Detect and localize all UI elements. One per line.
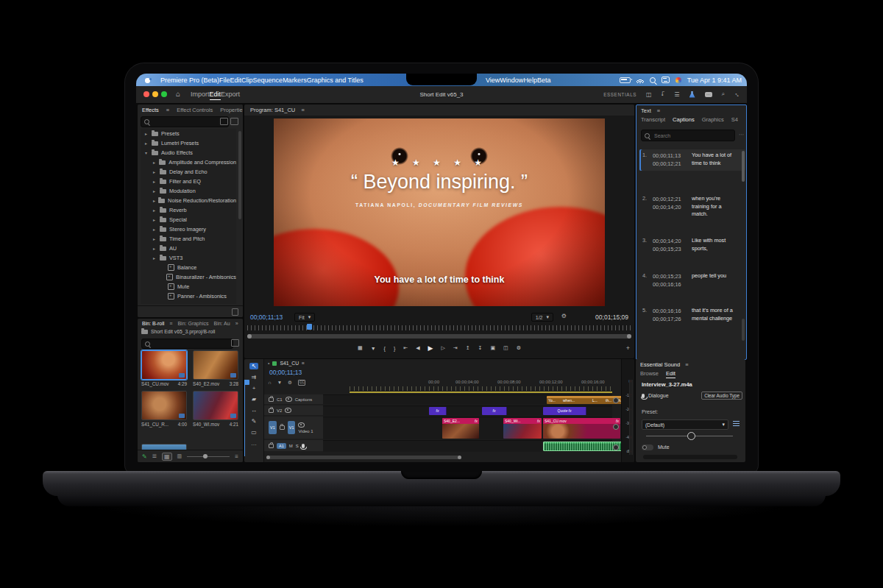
- thumbnail-view-icon[interactable]: ▦: [162, 453, 172, 461]
- tool-icon[interactable]: +: [252, 385, 256, 392]
- transport-icon[interactable]: ◀: [416, 345, 419, 351]
- chevron-icon[interactable]: ▸: [153, 236, 157, 241]
- menu-item[interactable]: Graphics and Titles: [307, 77, 364, 84]
- transport-icon[interactable]: ↧: [478, 345, 483, 351]
- video-clip[interactable]: S40_Wi...fx: [503, 418, 542, 439]
- playback-resolution-dropdown[interactable]: 1/2 ▾: [531, 313, 553, 322]
- sort-icon[interactable]: ≡: [235, 453, 238, 460]
- effects-tree-row[interactable]: ▸ Delay and Echo: [141, 167, 236, 177]
- effects-tree-row[interactable]: ▸ Lumetri Presets: [141, 138, 236, 148]
- scroll-knob-left[interactable]: [266, 456, 270, 459]
- chevron-icon[interactable]: ▸: [153, 208, 157, 213]
- preset-settings-icon[interactable]: [733, 421, 740, 427]
- v2-track-header[interactable]: V2: [264, 405, 327, 415]
- caption-row[interactable]: 4. 00;00;15;2300;00;16;16 people tell yo…: [639, 270, 745, 291]
- tab-effect-controls[interactable]: Effect Controls: [177, 107, 213, 113]
- lock-icon[interactable]: [269, 444, 274, 448]
- timeline-ruler-labels[interactable]: 00;0000;00;04;0000;00;08;0000;00;12;0000…: [323, 380, 612, 386]
- effects-search-input[interactable]: [141, 116, 229, 127]
- caption-track-header[interactable]: C1 Captions: [264, 394, 327, 404]
- panel-menu-icon[interactable]: ≡: [166, 107, 169, 113]
- clear-audio-type-button[interactable]: Clear Audio Type: [701, 392, 742, 400]
- menu-item[interactable]: Help: [523, 77, 537, 84]
- panel-menu-icon[interactable]: ≡: [302, 361, 305, 366]
- track-scroll-dot[interactable]: [613, 444, 619, 450]
- control-center-icon[interactable]: [662, 77, 670, 83]
- menu-item[interactable]: Premiere Pro (Beta): [160, 77, 219, 84]
- effects-tree-row[interactable]: ▸ Special: [141, 215, 236, 224]
- chevron-icon[interactable]: ▸: [153, 198, 155, 203]
- text-tab[interactable]: Captions: [673, 116, 695, 124]
- tool-icon[interactable]: …: [251, 440, 257, 447]
- tab-browse[interactable]: Browse: [640, 370, 659, 378]
- mute-toggle[interactable]: [642, 444, 653, 450]
- bin-breadcrumb[interactable]: Short Edit v65_3.prproj/B-roll: [141, 329, 215, 334]
- bin-item[interactable]: S40_WI.mov 4:21: [193, 391, 238, 427]
- effects-tree-row[interactable]: ▸ Stereo Imagery: [141, 224, 236, 234]
- edit-pencil-icon[interactable]: ✎: [142, 453, 147, 460]
- track-target-a1[interactable]: A1: [277, 443, 286, 449]
- fx-filter-icon[interactable]: [220, 118, 228, 125]
- transport-icon[interactable]: ▷: [441, 345, 444, 351]
- chevron-icon[interactable]: ▸: [153, 227, 157, 232]
- more-tabs-icon[interactable]: »: [235, 321, 238, 326]
- clip-thumbnail[interactable]: [141, 350, 187, 380]
- delete-icon[interactable]: [232, 308, 238, 316]
- menu-item[interactable]: Markers: [283, 77, 307, 84]
- program-tab[interactable]: Program: S41_CU: [250, 107, 295, 113]
- transport-icon[interactable]: ▣: [490, 345, 495, 351]
- list-view-icon[interactable]: ☰: [152, 453, 157, 459]
- menu-item[interactable]: View: [486, 77, 500, 84]
- transport-icon[interactable]: ◫: [503, 345, 508, 351]
- program-video[interactable]: ★ ★ ★ ★ ★ “ Beyond inspiring. ” TATIANA …: [274, 118, 605, 306]
- effects-tree-row[interactable]: ▸ AU: [141, 244, 236, 253]
- program-playhead[interactable]: [307, 324, 312, 330]
- ai-search-icon[interactable]: ⌕: [722, 91, 725, 98]
- feedback-icon[interactable]: ⋯: [705, 92, 712, 97]
- quick-export-icon[interactable]: ⮦︎: [662, 91, 665, 98]
- graphics-clip[interactable]: fx: [429, 407, 447, 415]
- tab-bin-graphics[interactable]: Bin: Graphics: [177, 321, 208, 326]
- transport-icon[interactable]: ▼: [371, 346, 376, 351]
- zoom-level-dropdown[interactable]: Fit ▾: [294, 313, 315, 322]
- effects-tree-row[interactable]: ▸ Time and Pitch: [141, 234, 236, 244]
- menubar-clock[interactable]: Tue Apr 1 9:41 AM: [687, 77, 742, 84]
- caption-clip[interactable]: when...: [561, 396, 594, 404]
- effects-scrollbar[interactable]: [238, 131, 241, 219]
- graphics-clip[interactable]: Quote fx: [543, 407, 586, 415]
- tool-icon[interactable]: ▭: [251, 429, 257, 436]
- transport-icon[interactable]: ⚙: [517, 345, 521, 351]
- caption-row[interactable]: 5. 00;00;16;1600;00;17;26 that it's more…: [639, 305, 745, 326]
- effects-tree-row[interactable]: ▸ VST3: [141, 253, 236, 263]
- track-target-v1[interactable]: V1: [288, 421, 296, 434]
- transport-icon[interactable]: {: [384, 346, 386, 351]
- essential-sound-title[interactable]: Essential Sound: [640, 361, 680, 368]
- effects-tree-row[interactable]: Binauralizer - Ambisonics: [141, 272, 236, 282]
- tab-edit[interactable]: Edit: [666, 370, 675, 378]
- menu-item[interactable]: Window: [500, 77, 523, 84]
- v2-track-lane[interactable]: fxfxQuote fx: [323, 405, 612, 416]
- menu-extra-app-icon[interactable]: [675, 77, 681, 83]
- effects-tree-row[interactable]: Panner - Ambisonics: [141, 291, 236, 301]
- bin-search-input[interactable]: [141, 339, 233, 349]
- sequence-tab[interactable]: • S41_CU ≡: [268, 361, 305, 366]
- chevron-icon[interactable]: ▸: [153, 188, 157, 194]
- caption-text[interactable]: You have a lot of time to think: [692, 152, 736, 169]
- panel-menu-icon[interactable]: ≡: [685, 361, 688, 368]
- sequence-tab-label[interactable]: S41_CU: [280, 361, 299, 366]
- caption-track-lane[interactable]: Yo...when...L...th...th...But...At le...…: [323, 394, 612, 405]
- timeline-timecode[interactable]: 00;00;11;13: [269, 369, 302, 376]
- tool-icon[interactable]: ▰: [252, 396, 256, 403]
- solo-button[interactable]: S: [296, 444, 299, 448]
- tool-icon[interactable]: ↖: [249, 363, 259, 369]
- chevron-icon[interactable]: ▸: [153, 160, 156, 165]
- chevron-icon[interactable]: ▸: [153, 217, 157, 222]
- menu-item[interactable]: Beta: [537, 77, 551, 84]
- beta-flask-icon[interactable]: [689, 91, 695, 98]
- wifi-icon[interactable]: [636, 77, 644, 83]
- menu-item[interactable]: Edit: [230, 77, 242, 84]
- a1-track-lane[interactable]: [323, 440, 612, 452]
- effects-tree-row[interactable]: Mute: [141, 282, 236, 291]
- more-options-icon[interactable]: ⋯: [739, 132, 744, 138]
- tab-properties[interactable]: Propertie: [220, 107, 242, 113]
